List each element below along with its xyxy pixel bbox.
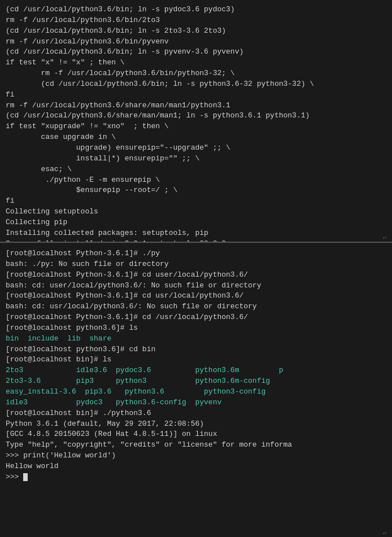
top-line-19: fi	[6, 196, 386, 207]
top-line-14: upgrade) ensurepip="--upgrade" ;; \	[6, 143, 386, 154]
bot-line-2: bash: ./py: No such file or directory	[6, 259, 386, 270]
terminal-container: (cd /usr/local/python3.6/bin; ln -s pydo…	[0, 0, 392, 537]
bot-line-17: Python 3.6.1 (default, May 29 2017, 22:0…	[6, 419, 386, 430]
bot-line-14: easy_install-3.6 pip3.6 python3.6 python…	[6, 387, 386, 398]
corner-arrow-top: ↵	[382, 233, 386, 241]
bot-line-22: >>>	[6, 472, 386, 483]
bot-line-13: 2to3-3.6 pip3 python3 python3.6m-config	[6, 376, 386, 387]
top-line-13: case upgrade in \	[6, 132, 386, 143]
bot-line-10: [root@localhost python3.6]# cd bin	[6, 344, 386, 355]
top-line-10: rm -f /usr/local/python3.6/share/man/man…	[6, 101, 386, 111]
terminal-panel-top[interactable]: (cd /usr/local/python3.6/bin; ln -s pydo…	[0, 0, 392, 243]
bot-line-21: Hellow world	[6, 461, 386, 472]
bot-line-20: >>> print('Hellow world')	[6, 451, 386, 461]
bot-line-11: [root@localhost bin]# ls	[6, 355, 386, 365]
top-line-23: Successfully installed pip-9.0.1 setupto…	[6, 239, 386, 243]
top-line-9: fi	[6, 90, 386, 101]
bot-line-1: [root@localhost Python-3.6.1]# ./py	[6, 248, 386, 259]
corner-arrow-bottom: ↵	[382, 529, 386, 536]
bot-line-12: 2to3 idle3.6 pydoc3.6 python3.6m p	[6, 365, 386, 376]
bot-line-15: idle3 pydoc3 python3.6-config pyvenv	[6, 398, 386, 408]
top-line-7: rm -f /usr/local/python3.6/bin/python3-3…	[6, 68, 386, 79]
top-line-4: rm -f /usr/local/python3.6/bin/pyvenv	[6, 37, 386, 47]
top-line-20: Collecting setuptools	[6, 207, 386, 217]
top-line-2: rm -f /usr/local/python3.6/bin/2to3	[6, 15, 386, 26]
bot-line-6: bash: cd: usr/local/python3.6/: No such …	[6, 302, 386, 312]
top-line-3: (cd /usr/local/python3.6/bin; ln -s 2to3…	[6, 26, 386, 37]
top-line-22: Installing collected packages: setuptool…	[6, 228, 386, 239]
bot-line-3: [root@localhost Python-3.6.1]# cd user/l…	[6, 270, 386, 281]
bot-line-8: [root@localhost python3.6]# ls	[6, 323, 386, 334]
top-line-17: ./python -E -m ensurepip \	[6, 175, 386, 186]
top-line-12: if test "xupgrade" != "xno" ; then \	[6, 121, 386, 132]
bot-line-7: [root@localhost Python-3.6.1]# cd /usr/l…	[6, 312, 386, 323]
bot-line-16: [root@localhost bin]# ./python3.6	[6, 408, 386, 419]
top-line-6: if test "x" != "x" ; then \	[6, 58, 386, 68]
bot-line-18: [GCC 4.8.5 20150623 (Red Hat 4.8.5-11)] …	[6, 429, 386, 440]
top-line-16: esac; \	[6, 164, 386, 175]
cursor-bottom	[23, 473, 28, 481]
top-line-8: (cd /usr/local/python3.6/bin; ln -s pyth…	[6, 79, 386, 90]
top-line-1: (cd /usr/local/python3.6/bin; ln -s pydo…	[6, 5, 386, 15]
bot-line-9: bin include lib share	[6, 334, 386, 344]
bot-line-4: bash: cd: user/local/python3.6/: No such…	[6, 281, 386, 291]
top-line-18: $ensurepip --root=/ ; \	[6, 185, 386, 196]
bot-line-5: [root@localhost Python-3.6.1]# cd usr/lo…	[6, 291, 386, 302]
terminal-panel-bottom[interactable]: [root@localhost Python-3.6.1]# ./py bash…	[0, 243, 392, 537]
bot-line-19: Type "help", "copyright", "credits" or "…	[6, 440, 386, 451]
top-line-21: Collecting pip	[6, 217, 386, 228]
top-line-5: (cd /usr/local/python3.6/bin; ln -s pyve…	[6, 47, 386, 58]
top-line-11: (cd /usr/local/python3.6/share/man/man1;…	[6, 111, 386, 121]
top-line-15: install|*) ensurepip="" ;; \	[6, 154, 386, 164]
